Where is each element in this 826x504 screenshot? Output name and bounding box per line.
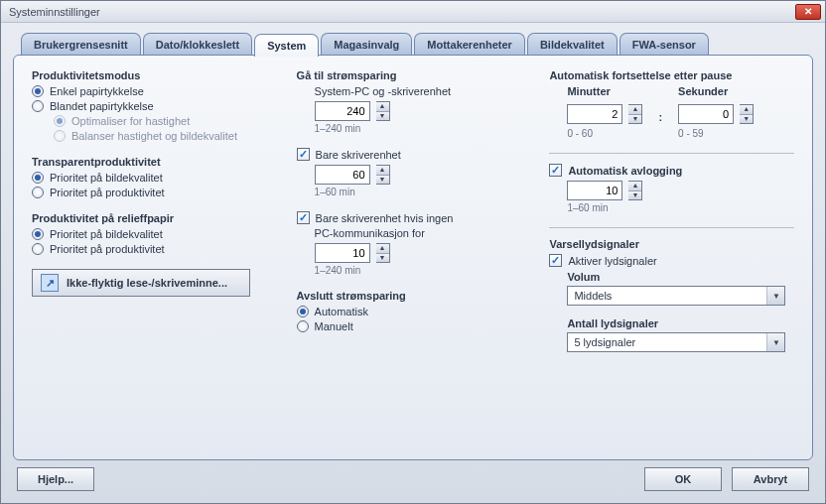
spin-up-icon[interactable]: ▲ xyxy=(740,105,753,115)
spinner-nocomm[interactable]: ▲▼ xyxy=(376,243,390,263)
nvm-button[interactable]: ↗ Ikke-flyktig lese-/skriveminne... xyxy=(32,269,250,297)
tab-output[interactable]: Mottakerenheter xyxy=(414,33,525,55)
label-exit-manual: Manuelt xyxy=(315,320,353,332)
spin-down-icon[interactable]: ▼ xyxy=(740,115,753,124)
dropdown-volume[interactable]: Middels ▼ xyxy=(567,286,785,306)
spin-down-icon[interactable]: ▼ xyxy=(376,176,389,185)
volume-label: Volum xyxy=(567,271,794,283)
label-printer-only: Bare skriverenhet xyxy=(316,149,401,161)
spin-down-icon[interactable]: ▼ xyxy=(628,115,641,124)
spin-down-icon[interactable]: ▼ xyxy=(376,112,389,121)
check-autologoff[interactable] xyxy=(549,164,562,177)
label-trans-prod: Prioritet på produktivitet xyxy=(50,187,165,198)
spinner-minutes[interactable]: ▲▼ xyxy=(628,104,642,124)
radio-relief-quality[interactable] xyxy=(32,228,44,240)
radio-optimize-speed xyxy=(54,115,66,127)
titlebar: Systeminnstillinger ✕ xyxy=(1,1,825,23)
exit-power-title: Avslutt strømsparing xyxy=(297,290,530,302)
radio-relief-prod[interactable] xyxy=(32,243,44,255)
seconds-range: 0 - 59 xyxy=(678,128,754,139)
label-exit-auto: Automatisk xyxy=(315,306,368,317)
radio-simple-thickness[interactable] xyxy=(32,85,44,97)
tab-fwa[interactable]: FWA-sensor xyxy=(620,33,709,55)
tabstrip: Brukergrensesnitt Dato/klokkeslett Syste… xyxy=(13,33,813,56)
tab-imagequality[interactable]: Bildekvalitet xyxy=(527,33,618,55)
tab-panel-system: Produktivitetsmodus Enkel papirtykkelse … xyxy=(13,55,813,460)
range-printer-only: 1–60 min xyxy=(315,187,530,197)
count-label: Antall lydsignaler xyxy=(567,317,794,329)
check-printer-only[interactable] xyxy=(297,148,310,161)
volume-value: Middels xyxy=(568,290,766,302)
separator xyxy=(549,153,794,154)
minutes-range: 0 - 60 xyxy=(567,128,642,139)
spinner-system-pc[interactable]: ▲▼ xyxy=(376,101,390,121)
time-colon: : xyxy=(658,85,662,123)
autologoff-range: 1–60 min xyxy=(567,202,794,213)
label-nocomm2: PC-kommunikasjon for xyxy=(315,227,530,239)
tab-datetime[interactable]: Dato/klokkeslett xyxy=(143,33,252,55)
spin-up-icon[interactable]: ▲ xyxy=(376,166,389,176)
spinner-printer-only[interactable]: ▲▼ xyxy=(376,165,390,185)
radio-exit-auto[interactable] xyxy=(297,306,309,317)
spin-up-icon[interactable]: ▲ xyxy=(628,105,641,115)
label-system-pc: System-PC og -skriverenhet xyxy=(315,85,530,97)
label-mixed-thickness: Blandet papirtykkelse xyxy=(50,100,154,112)
input-autologoff[interactable] xyxy=(567,181,622,200)
label-relief-quality: Prioritet på bildekvalitet xyxy=(50,228,163,240)
nvm-label: Ikke-flyktig lese-/skriveminne... xyxy=(67,277,227,289)
tab-system[interactable]: System xyxy=(254,34,319,57)
check-enable-alert[interactable] xyxy=(549,254,562,267)
input-system-pc[interactable] xyxy=(315,101,370,121)
label-balance: Balanser hastighet og bildekvalitet xyxy=(71,130,237,142)
spin-down-icon[interactable]: ▼ xyxy=(376,254,389,263)
tab-tray[interactable]: Magasinvalg xyxy=(321,33,412,55)
power-save-title: Gå til strømsparing xyxy=(297,69,530,81)
help-button[interactable]: Hjelp... xyxy=(17,467,94,491)
minutes-label: Minutter xyxy=(567,85,642,97)
spin-up-icon[interactable]: ▲ xyxy=(628,182,641,191)
radio-trans-prod[interactable] xyxy=(32,187,44,198)
cancel-button[interactable]: Avbryt xyxy=(732,467,809,491)
input-seconds[interactable] xyxy=(678,104,734,124)
check-nocomm[interactable] xyxy=(297,211,310,224)
close-icon[interactable]: ✕ xyxy=(795,4,821,20)
ok-button[interactable]: OK xyxy=(644,467,722,491)
column-misc: Automatisk fortsettelse etter pause Minu… xyxy=(549,69,794,449)
label-autologoff: Automatisk avlogging xyxy=(568,165,682,177)
range-nocomm: 1–240 min xyxy=(315,265,530,276)
separator xyxy=(549,227,794,228)
alert-title: Varsellydsignaler xyxy=(549,238,794,250)
spinner-autologoff[interactable]: ▲▼ xyxy=(628,181,642,200)
client-area: Brukergrensesnitt Dato/klokkeslett Syste… xyxy=(1,23,825,503)
spinner-seconds[interactable]: ▲▼ xyxy=(740,104,754,124)
radio-balance xyxy=(54,130,66,142)
dropdown-count[interactable]: 5 lydsignaler ▼ xyxy=(567,332,785,352)
seconds-label: Sekunder xyxy=(678,85,754,97)
chevron-down-icon[interactable]: ▼ xyxy=(766,333,784,351)
radio-trans-quality[interactable] xyxy=(32,172,44,184)
label-nocomm: Bare skriverenhet hvis ingen xyxy=(316,212,454,224)
column-productivity: Produktivitetsmodus Enkel papirtykkelse … xyxy=(32,69,277,449)
label-relief-prod: Prioritet på produktivitet xyxy=(50,243,165,255)
auto-resume-title: Automatisk fortsettelse etter pause xyxy=(549,69,794,81)
label-optimize-speed: Optimaliser for hastighet xyxy=(71,115,190,127)
radio-exit-manual[interactable] xyxy=(297,320,309,332)
range-system-pc: 1–240 min xyxy=(315,123,530,134)
label-enable-alert: Aktiver lydsignaler xyxy=(568,255,656,267)
input-nocomm[interactable] xyxy=(315,243,370,263)
spin-up-icon[interactable]: ▲ xyxy=(376,244,389,254)
chevron-down-icon[interactable]: ▼ xyxy=(766,287,784,305)
spin-up-icon[interactable]: ▲ xyxy=(376,102,389,112)
label-simple-thickness: Enkel papirtykkelse xyxy=(50,85,144,97)
input-minutes[interactable] xyxy=(567,104,622,124)
input-printer-only[interactable] xyxy=(315,165,370,185)
footer: Hjelp... OK Avbryt xyxy=(13,460,813,495)
window-title: Systeminnstillinger xyxy=(9,6,100,18)
tab-ui[interactable]: Brukergrensesnitt xyxy=(21,33,141,55)
productivity-mode-title: Produktivitetsmodus xyxy=(32,69,277,81)
relief-title: Produktivitet på relieffpapir xyxy=(32,212,277,224)
spin-down-icon[interactable]: ▼ xyxy=(628,191,641,200)
nvm-icon: ↗ xyxy=(41,274,59,292)
transparency-title: Transparentproduktivitet xyxy=(32,156,277,168)
radio-mixed-thickness[interactable] xyxy=(32,100,44,112)
